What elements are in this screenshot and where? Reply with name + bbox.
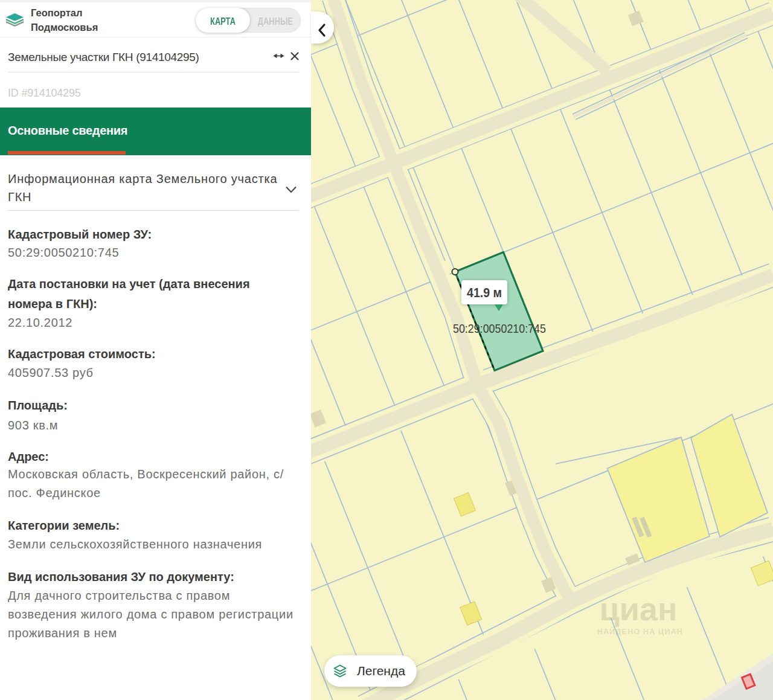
svg-text:41.9 м: 41.9 м xyxy=(467,285,502,300)
svg-text:50:29:0050210:745: 50:29:0050210:745 xyxy=(453,321,546,335)
svg-text:НАЙДЕНО НА ЦИАН: НАЙДЕНО НА ЦИАН xyxy=(597,627,683,636)
svg-text:циан: циан xyxy=(599,591,677,627)
